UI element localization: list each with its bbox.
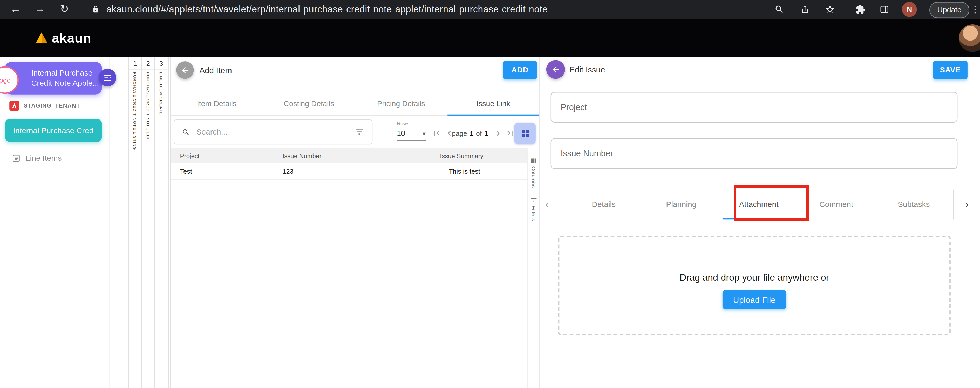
extensions-puzzle-icon[interactable] <box>854 0 868 19</box>
issue-number-field[interactable]: Issue Number <box>551 138 958 169</box>
table-row[interactable]: Test 123 This is test <box>170 163 527 180</box>
sidebar-collapse-button[interactable] <box>99 69 116 86</box>
strip-purchase-credit-note-edit[interactable]: 2 PURCHASE CREDIT NOTE EDIT <box>141 57 154 388</box>
grid-view-button[interactable] <box>514 123 536 144</box>
cell-issue-summary: This is test <box>440 168 527 175</box>
add-button[interactable]: ADD <box>503 61 537 80</box>
share-icon[interactable] <box>798 0 812 19</box>
table-header: Project Issue Number Issue Summary <box>170 148 527 163</box>
applet-title-line2: Credit Note Apple... <box>31 78 102 88</box>
sidebar-item-label: Line Items <box>26 154 62 163</box>
strip-label: PURCHASE CREDIT NOTE LISTING <box>133 72 137 150</box>
columns-icon <box>530 157 537 164</box>
back-button[interactable] <box>546 60 565 79</box>
list-icon <box>12 154 21 163</box>
side-panel-icon[interactable] <box>878 0 891 19</box>
current-page: 1 <box>470 129 474 137</box>
browser-menu-dots-icon[interactable]: ⋮ <box>970 0 980 19</box>
file-dropzone[interactable]: Drag and drop your file anywhere or Uplo… <box>558 236 951 335</box>
sidebar: Internal Purchase Credit Note Apple... o… <box>0 57 110 388</box>
tenant-logo-icon <box>10 101 19 111</box>
caret-down-icon: ▾ <box>423 130 426 137</box>
browser-back-icon[interactable]: ← <box>9 0 22 19</box>
filter-icon <box>530 196 537 204</box>
column-header-project[interactable]: Project <box>170 152 280 159</box>
add-item-tabs: Item Details Costing Details Pricing Det… <box>170 93 539 116</box>
search-icon <box>182 128 190 136</box>
browser-forward-icon[interactable]: → <box>33 0 47 19</box>
tab-costing-details[interactable]: Costing Details <box>263 93 355 115</box>
browser-update-button[interactable]: Update <box>929 2 969 18</box>
search-box <box>173 120 372 144</box>
tab-planning[interactable]: Planning <box>643 190 720 220</box>
column-header-issue-summary[interactable]: Issue Summary <box>440 152 527 159</box>
brand-name: akaun <box>52 30 91 45</box>
next-page-button[interactable] <box>492 127 504 139</box>
edit-issue-tabs: Details Planning Attachment Comment Subt… <box>565 190 953 220</box>
upload-file-button[interactable]: Upload File <box>722 290 786 309</box>
rows-per-page-label: Rows <box>397 121 409 126</box>
columns-tool[interactable]: Columns <box>528 157 539 188</box>
tabs-scroll-right-icon[interactable]: › <box>953 190 980 220</box>
rows-per-page-value: 10 <box>397 129 405 137</box>
sidebar-item-line-items[interactable]: Line Items <box>12 154 62 163</box>
user-avatar[interactable] <box>959 24 980 52</box>
cell-issue-number: 123 <box>280 168 440 175</box>
strip-number: 3 <box>155 57 167 69</box>
tab-subtasks[interactable]: Subtasks <box>875 190 953 220</box>
total-pages: 1 <box>484 129 488 137</box>
cell-project: Test <box>170 168 280 175</box>
filter-icon[interactable] <box>354 127 364 137</box>
panel-title: Add Item <box>199 66 232 75</box>
edit-issue-panel: Edit Issue SAVE Project Issue Number ‹ D… <box>539 57 980 388</box>
page-indicator: page 1 of 1 <box>452 127 488 139</box>
grid-icon <box>520 128 530 139</box>
tab-comment[interactable]: Comment <box>797 190 875 220</box>
rows-per-page-select[interactable]: 10 ▾ <box>397 126 426 141</box>
strip-label: LINE ITEM CREATE <box>159 72 164 115</box>
strip-number: 1 <box>129 57 141 69</box>
lock-icon <box>89 0 102 19</box>
filters-tool[interactable]: Filters <box>528 196 539 221</box>
search-icon[interactable] <box>773 0 786 19</box>
edit-issue-tabs-row: ‹ Details Planning Attachment Comment Su… <box>540 190 980 220</box>
tenant-name: STAGING_TENANT <box>24 102 80 109</box>
strip-number: 2 <box>142 57 154 69</box>
browser-profile-avatar[interactable]: N <box>902 2 917 17</box>
akaun-triangle-icon <box>35 32 48 44</box>
page-word: page <box>452 129 467 137</box>
step-strips: 1 PURCHASE CREDIT NOTE LISTING 2 PURCHAS… <box>128 57 169 388</box>
browser-refresh-icon[interactable]: ↻ <box>57 0 72 19</box>
dropzone-message: Drag and drop your file anywhere or <box>559 272 950 283</box>
columns-tool-label: Columns <box>531 166 536 188</box>
strip-label: PURCHASE CREDIT NOTE EDIT <box>146 72 150 142</box>
issue-table: Project Issue Number Issue Summary Test … <box>170 148 527 180</box>
hamburger-collapse-icon <box>103 73 112 82</box>
tab-item-details[interactable]: Item Details <box>170 93 262 115</box>
strip-line-item-create[interactable]: 3 LINE ITEM CREATE <box>154 57 168 388</box>
main-content: Internal Purchase Credit Note Apple... o… <box>0 57 980 388</box>
applet-title-line1: Internal Purchase <box>31 68 102 78</box>
tab-pricing-details[interactable]: Pricing Details <box>355 93 447 115</box>
applet-title-button[interactable]: Internal Purchase Credit Note Apple... <box>5 62 102 94</box>
browser-chrome: ← → ↻ akaun.cloud/#/applets/tnt/wavelet/… <box>0 0 980 19</box>
arrow-back-icon <box>551 65 560 74</box>
strip-purchase-credit-note-listing[interactable]: 1 PURCHASE CREDIT NOTE LISTING <box>128 57 142 388</box>
tab-details[interactable]: Details <box>565 190 643 220</box>
add-item-panel: Add Item ADD Item Details Costing Detail… <box>170 57 540 388</box>
search-input[interactable] <box>195 127 354 137</box>
bookmark-star-icon[interactable] <box>823 0 837 19</box>
project-field[interactable]: Project <box>551 92 958 123</box>
tab-issue-link[interactable]: Issue Link <box>447 93 539 115</box>
tabs-scroll-left-icon[interactable]: ‹ <box>545 190 548 220</box>
sidebar-item-internal-purchase-credit[interactable]: Internal Purchase Cred <box>5 119 102 142</box>
tab-attachment[interactable]: Attachment <box>720 190 797 220</box>
first-page-button[interactable] <box>431 127 443 139</box>
column-header-issue-number[interactable]: Issue Number <box>280 152 440 159</box>
tenant-selector[interactable]: STAGING_TENANT <box>10 101 80 111</box>
table-tools-strip: Columns Filters <box>527 148 539 388</box>
back-button[interactable] <box>176 61 194 79</box>
save-button[interactable]: SAVE <box>933 61 967 80</box>
arrow-back-icon <box>180 65 190 75</box>
url-bar[interactable]: akaun.cloud/#/applets/tnt/wavelet/erp/in… <box>106 0 547 19</box>
